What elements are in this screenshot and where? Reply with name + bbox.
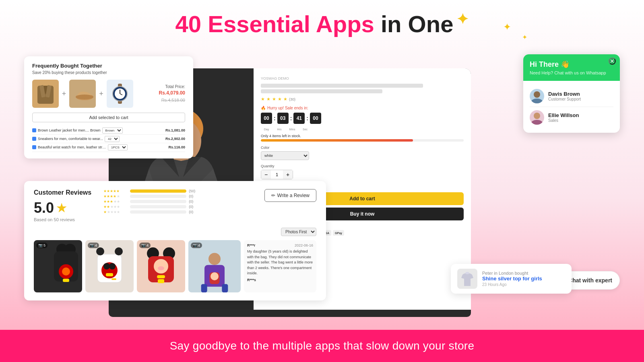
title-dark: in One: [374, 11, 454, 37]
fbt-plus-2: +: [99, 90, 103, 98]
fbt-item-price-1: Rs.1,081.00: [165, 127, 185, 134]
unit-mins: Mins: [287, 128, 298, 131]
review-photos-grid: 📷 5 📷 4: [34, 240, 316, 292]
quantity-decrease[interactable]: −: [261, 170, 271, 179]
svg-point-27: [103, 263, 110, 269]
sp-text-area: Peter in London bought Shine silver top …: [482, 271, 542, 287]
bar-track-1: [130, 210, 186, 214]
review-photo-2: 📷 4: [85, 240, 134, 292]
fbt-price-new: Rs.4,079.00: [159, 90, 185, 96]
color-section: Color white: [261, 146, 464, 160]
review-photo-3: 📷 4: [137, 240, 185, 292]
sparkle-icon-1: ✦: [503, 21, 511, 33]
photo-count-4: 📷 4: [191, 243, 202, 248]
fbt-product-watch: [107, 80, 133, 108]
star-decoration: ✦: [456, 11, 469, 27]
sp-time: 23 Hours Ago: [482, 282, 542, 287]
product-stars: ★ ★ ★ ★ ★ (30): [261, 97, 464, 102]
bar-count-5: (50): [189, 189, 195, 193]
fbt-item-name-1: Brown Leather jacket for men.... Brown: [38, 127, 101, 134]
review-bar-2: ★★★★★ (0): [103, 205, 252, 209]
fbt-checkbox-2[interactable]: [32, 137, 36, 141]
fbt-total-label: Total Price:: [136, 84, 185, 89]
sp-buyer: Peter in London bought: [482, 271, 542, 276]
svg-rect-45: [222, 284, 228, 292]
svg-point-40: [208, 253, 221, 265]
chat-expert-label: Chat with expert: [568, 277, 612, 284]
quantity-increase[interactable]: +: [283, 170, 293, 179]
review-body: My daughter (5 years old) is delighted w…: [247, 249, 313, 276]
fbt-select-2[interactable]: 42: [105, 136, 120, 142]
svg-point-24: [96, 247, 104, 255]
wa-avatar-2: [530, 110, 544, 125]
laptop-base: [109, 309, 471, 317]
svg-point-25: [115, 247, 123, 255]
wa-agent-info-2: Ellie Willson Sales: [548, 112, 579, 123]
reviews-card: Customer Reviews 5.0 ★ Based on 50 revie…: [24, 181, 326, 300]
fbt-select-1[interactable]: Brown: [102, 128, 123, 134]
breadcrumb: YOSWAG DEMO: [261, 76, 464, 80]
review-next-author: R***s: [247, 278, 313, 282]
write-review-button[interactable]: ✏ Write a Review: [264, 189, 316, 202]
bar-stars-3: ★★★★★: [103, 200, 128, 204]
sp-product-image: [457, 269, 477, 289]
camera-icon-4: 📷: [193, 243, 197, 247]
reviews-star-big: ★: [56, 202, 66, 215]
fbt-item-left-2: Sneakers for men, comfortable to wear...…: [32, 136, 120, 142]
wa-header: ✕ Hi There 👋 Need Help? Chat with us on …: [523, 54, 620, 81]
star-3: ★: [272, 97, 276, 102]
bar-stars-5: ★★★★★: [103, 189, 128, 193]
wa-agent-1[interactable]: Davis Brown Customer Support: [530, 86, 613, 107]
quantity-controls: − 1 +: [261, 170, 293, 179]
fbt-items: Brown Leather jacket for men.... Brown B…: [32, 126, 185, 152]
bar-count-4: (0): [189, 194, 195, 198]
unit-day: Day: [261, 128, 272, 131]
review-photo-1: 📷 5: [34, 240, 82, 292]
fbt-price-old: Rs.4,518.00: [161, 98, 185, 103]
quantity-section: Quantity − 1 +: [261, 164, 464, 179]
star-2: ★: [266, 97, 270, 102]
color-select[interactable]: white: [261, 151, 309, 160]
bar-count-3: (0): [189, 200, 195, 204]
fbt-select-3[interactable]: 1PCS: [108, 144, 128, 150]
page-title: 40 Essential Apps in One✦: [0, 11, 644, 37]
color-label: Color: [261, 146, 464, 150]
star-1: ★: [261, 97, 265, 102]
fbt-title: Frequently Bought Together: [32, 63, 185, 69]
countdown-sep-1: :: [274, 115, 276, 121]
fbt-checkbox-3[interactable]: [32, 145, 36, 149]
bar-count-1: (0): [189, 210, 195, 214]
bar-track-5: [130, 189, 186, 193]
fbt-item-row-1: Brown Leather jacket for men.... Brown B…: [32, 126, 185, 135]
sparkle-icon-2: ✦: [522, 33, 527, 41]
wa-subtitle: Need Help? Chat with us on Whatsapp: [530, 70, 613, 75]
wa-agent-role-2: Sales: [548, 118, 579, 123]
photo-count-3: 📷 4: [139, 243, 151, 248]
fbt-checkbox-1[interactable]: [32, 128, 36, 132]
reviews-bars: ★★★★★ (50) ★★★★★ (0): [103, 189, 252, 215]
fbt-item-name-2: Sneakers for men, comfortable to wear...: [38, 136, 103, 142]
svg-rect-22: [63, 279, 69, 282]
fbt-subtitle: Save 20% buying these products together: [32, 70, 185, 75]
bar-track-3: [130, 200, 186, 203]
wa-agents: Davis Brown Customer Support Ellie Wills…: [523, 81, 620, 133]
quantity-value: 1: [271, 172, 283, 177]
fbt-product-jacket: [32, 80, 59, 108]
stock-text: Only 4 items left in stock.: [261, 134, 464, 138]
photo-count-1: 📷 5: [36, 243, 47, 248]
fbt-add-button[interactable]: Add selected to cart: [32, 113, 185, 122]
camera-icon-3: 📷: [141, 243, 146, 247]
wa-close-button[interactable]: ✕: [609, 58, 616, 65]
bar-track-2: [130, 205, 186, 208]
countdown-label: 🔥 Hurry up! Sale ends in:: [261, 106, 464, 110]
sp-product-name: Shine silver top for girls: [482, 276, 542, 282]
photo-filter-select[interactable]: Photos First: [281, 228, 316, 236]
bar-stars-4: ★★★★★: [103, 194, 128, 198]
stock-bar: [261, 139, 464, 142]
countdown-sep-2: :: [290, 115, 292, 121]
camera-icon-2: 📷: [90, 243, 94, 247]
countdown-unit-labels: Day Hrs Mins Sec: [261, 128, 464, 131]
fbt-item-left-3: Beautiful wrist watch for men, leather s…: [32, 144, 128, 150]
svg-point-37: [158, 266, 164, 270]
wa-agent-2[interactable]: Ellie Willson Sales: [530, 107, 613, 128]
